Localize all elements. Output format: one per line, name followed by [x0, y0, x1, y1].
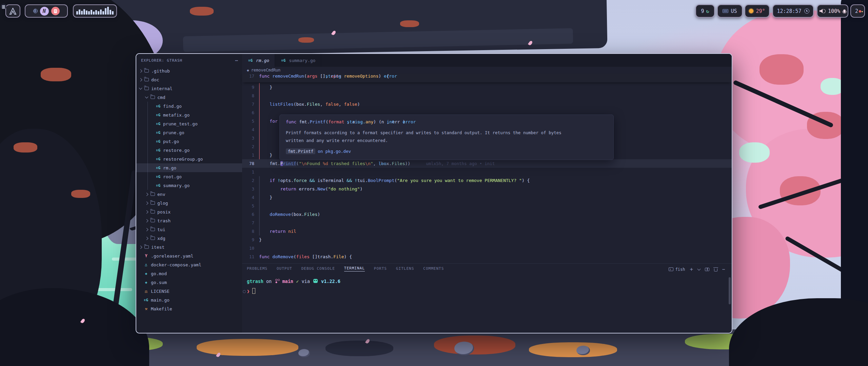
tree-item-Makefile[interactable]: Makefile [136, 304, 244, 313]
panel-tab-terminal[interactable]: TERMINAL [344, 266, 365, 271]
code-line[interactable]: 9} [242, 236, 732, 244]
mod-icon [145, 271, 147, 276]
folder-file-icon [150, 237, 156, 240]
tree-item-prune.go[interactable]: prune.go [136, 128, 256, 137]
panel-tab-comments[interactable]: COMMENTS [423, 266, 444, 271]
tree-item-cmd[interactable]: cmd [136, 93, 250, 102]
keyboard-layout-widget[interactable]: US [717, 4, 743, 18]
tree-item-env[interactable]: env [136, 190, 250, 199]
document-icon[interactable] [51, 7, 60, 15]
code-line[interactable]: 11func doRemove(files []trash.File) { [242, 252, 732, 261]
tree-item-prune_test.go[interactable]: prune_test.go [136, 119, 256, 128]
tree-item-doc[interactable]: doc [136, 75, 244, 84]
tree-item-restore.go[interactable]: restore.go [136, 146, 256, 155]
wallpaper-ground-orange [197, 339, 298, 356]
code-token: && [347, 178, 352, 183]
kill-terminal-icon[interactable] [714, 268, 717, 271]
tree-item-label: go.sum [151, 280, 167, 285]
tree-item-internal[interactable]: internal [136, 84, 244, 93]
code-line[interactable]: 8 [242, 92, 732, 100]
panel-tab-gitlens[interactable]: GITLENS [396, 266, 414, 271]
code-line[interactable]: 9 } [242, 83, 732, 92]
code-token: [] [317, 74, 325, 79]
code-token: ) [378, 74, 384, 79]
neovim-icon[interactable]: N [40, 7, 49, 16]
terminal-input-line[interactable]: ❯ [247, 288, 255, 294]
code-line[interactable]: 7 listFiles(box.Files, false, false) [242, 100, 732, 108]
launcher-button[interactable] [5, 4, 20, 18]
command-decoration[interactable] [243, 290, 246, 293]
updates-widget[interactable]: 9 ↻ [695, 4, 715, 18]
microphone-icon[interactable] [843, 9, 846, 13]
code-token: tui [357, 178, 365, 183]
code-text: return nil [254, 229, 296, 234]
visualizer-bar [88, 11, 90, 15]
terminal-scrollbar[interactable] [729, 277, 731, 304]
terminal[interactable]: gtrash on main ✓ via v1.22.6 ❯ [247, 279, 728, 331]
code-line[interactable]: 8 return nil [242, 227, 732, 236]
bottom-panel: PROBLEMSOUTPUTDEBUG CONSOLETERMINALPORTS… [242, 263, 732, 333]
tree-item-.goreleaser.yaml[interactable]: .goreleaser.yaml [136, 251, 244, 260]
code-line[interactable]: 1 [242, 168, 732, 176]
tree-item-.github[interactable]: .github [136, 66, 244, 75]
code-token [259, 229, 270, 234]
breadcrumb[interactable]: ◈ removeCmdRun [242, 67, 732, 74]
folder-file-icon [143, 69, 150, 73]
wallpaper-ground-orange [529, 342, 617, 357]
terminal-dropdown-icon[interactable] [697, 267, 701, 271]
tree-item-rm.go[interactable]: rm.go [136, 163, 256, 172]
panel-tab-ports[interactable]: PORTS [374, 266, 387, 271]
panel-tab-output[interactable]: OUTPUT [277, 266, 292, 271]
audio-widget[interactable]: 100% [817, 4, 848, 18]
code-line[interactable]: 4 } [242, 193, 732, 202]
code-token: ) [360, 186, 362, 191]
weather-widget[interactable]: 29° [745, 4, 770, 18]
code-line[interactable]: 78 fmt.Printf("\nFound %d trashed files\… [242, 159, 732, 168]
tree-item-go.sum[interactable]: go.sum [136, 278, 244, 287]
tree-item-label: doc [151, 77, 159, 82]
code-line[interactable]: 10 [242, 244, 732, 252]
tree-item-put.go[interactable]: put.go [136, 137, 256, 146]
new-terminal-button[interactable]: + [690, 266, 693, 272]
wallpaper-rust-patch [14, 142, 37, 152]
code-line[interactable]: 2 if !opts.force && isTerminal && !tui.B… [242, 176, 732, 185]
explorer-more-icon[interactable]: ⋯ [235, 58, 238, 63]
code-line[interactable]: 5 [242, 202, 732, 210]
split-terminal-icon[interactable] [705, 268, 709, 271]
tab-summary.go[interactable]: summary.go [275, 54, 321, 67]
code-token: n [381, 119, 384, 124]
shell-selector[interactable]: ❯ fish [669, 267, 685, 272]
notifications-widget[interactable]: 2 [850, 4, 865, 18]
tree-item-go.mod[interactable]: go.mod [136, 269, 244, 278]
clock-widget[interactable]: 12:28:57 [772, 4, 814, 18]
code-token: . [304, 102, 307, 107]
panel-tab-problems[interactable]: PROBLEMS [247, 266, 268, 271]
tree-item-restoreGroup.go[interactable]: restoreGroup.go [136, 155, 256, 163]
code-line[interactable]: 7 [242, 219, 732, 227]
speaker-icon[interactable] [820, 9, 826, 13]
globe-icon[interactable] [33, 9, 38, 13]
panel-more-icon[interactable]: ⋯ [722, 267, 725, 272]
code-lines[interactable]: 9 }87 listFiles(box.Files, false, false)… [242, 83, 732, 261]
code-line[interactable]: 6 doRemove(box.Files) [242, 210, 732, 219]
sticky-scroll-line[interactable]: 17func removeCmdRun(args []string, opts … [242, 74, 732, 82]
tree-item-tui[interactable]: tui [136, 225, 250, 234]
system-tray[interactable]: N [25, 4, 68, 18]
code-line[interactable]: 3 return errors.New("do nothing") [242, 185, 732, 193]
tree-item-docker-compose.yaml[interactable]: docker-compose.yaml [136, 260, 244, 269]
tree-item-xdg[interactable]: xdg [136, 234, 250, 243]
tab-rm.go[interactable]: rm.go [242, 54, 275, 67]
tree-item-summary.go[interactable]: summary.go [136, 181, 256, 190]
tree-item-glog[interactable]: glog [136, 199, 250, 207]
tree-item-posix[interactable]: posix [136, 207, 250, 216]
tree-item-find.go[interactable]: find.go [136, 102, 256, 110]
panel-tab-debug-console[interactable]: DEBUG CONSOLE [301, 266, 335, 271]
tree-item-itest[interactable]: itest [136, 243, 244, 251]
tree-item-trash[interactable]: trash [136, 216, 250, 225]
pkg-go-dev-link[interactable]: on pkg.go.dev [318, 149, 351, 154]
tree-item-LICENSE[interactable]: LICENSE [136, 287, 244, 296]
active-indent-guide [259, 83, 260, 159]
tree-item-root.go[interactable]: root.go [136, 172, 256, 181]
tree-item-metafix.go[interactable]: metafix.go [136, 110, 256, 119]
tree-item-main.go[interactable]: main.go [136, 296, 244, 304]
